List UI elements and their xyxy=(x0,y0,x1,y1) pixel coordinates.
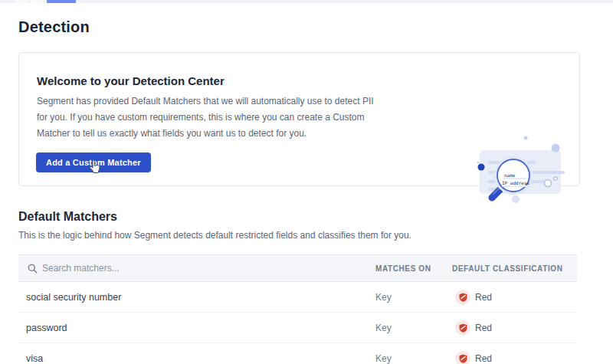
welcome-card: Welcome to your Detection Center Segment… xyxy=(18,52,580,186)
table-row-social-security-number[interactable]: social security number Key Red xyxy=(18,282,577,313)
column-header-matches-on: MATCHES ON xyxy=(375,264,452,273)
matcher-name: visa xyxy=(18,353,375,364)
classification-cell: Red xyxy=(452,351,577,364)
welcome-card-title: Welcome to your Detection Center xyxy=(37,74,225,87)
red-shield-icon xyxy=(459,293,467,302)
classification-cell: Red xyxy=(452,290,577,305)
illustration-label-name: name xyxy=(504,172,516,178)
matches-on-value: Key xyxy=(375,323,452,333)
top-tabs-strip xyxy=(0,0,613,3)
default-matchers-description: This is the logic behind how Segment det… xyxy=(18,230,411,241)
default-matchers-heading: Default Matchers xyxy=(18,210,117,224)
matcher-name: social security number xyxy=(18,292,375,303)
active-tab-indicator[interactable] xyxy=(47,0,76,3)
page-title: Detection xyxy=(18,18,90,36)
table-row-visa[interactable]: visa Key Red xyxy=(18,343,577,364)
welcome-card-description: Segment has provided Default Matchers th… xyxy=(37,93,374,142)
classification-cell: Red xyxy=(452,320,577,336)
inactive-tab-edge xyxy=(15,0,29,3)
detection-illustration: name IP address xyxy=(456,120,586,216)
matcher-name: password xyxy=(18,323,375,333)
inactive-tab-edge xyxy=(31,0,44,3)
matchers-table: MATCHES ON DEFAULT CLASSIFICATION social… xyxy=(18,254,577,364)
search-matchers-cell xyxy=(18,263,375,274)
classification-label: Red xyxy=(475,323,492,333)
column-header-default-classification: DEFAULT CLASSIFICATION xyxy=(452,264,577,273)
red-shield-icon xyxy=(459,354,467,363)
illustration-label-ip-address: IP address xyxy=(502,180,530,185)
search-icon xyxy=(28,264,38,274)
classification-label: Red xyxy=(475,353,492,364)
red-classification-badge xyxy=(455,351,470,364)
red-classification-badge xyxy=(455,320,470,336)
description-line: Matcher to tell us exactly what fields y… xyxy=(37,126,374,142)
matches-on-value: Key xyxy=(375,292,452,303)
red-shield-icon xyxy=(459,323,467,333)
table-row-password[interactable]: password Key Red xyxy=(18,313,577,343)
matchers-table-header: MATCHES ON DEFAULT CLASSIFICATION xyxy=(18,254,577,282)
search-matchers-input[interactable] xyxy=(42,263,287,274)
description-line: for you. If you have custom requirements… xyxy=(37,110,374,126)
mouse-cursor-pointer xyxy=(89,160,100,174)
classification-label: Red xyxy=(475,292,492,303)
matches-on-value: Key xyxy=(375,353,452,364)
description-line: Segment has provided Default Matchers th… xyxy=(37,93,374,110)
detection-page: { "theme": { "accent_blue": "#2B50C7", "… xyxy=(0,0,613,364)
red-classification-badge xyxy=(455,290,470,305)
